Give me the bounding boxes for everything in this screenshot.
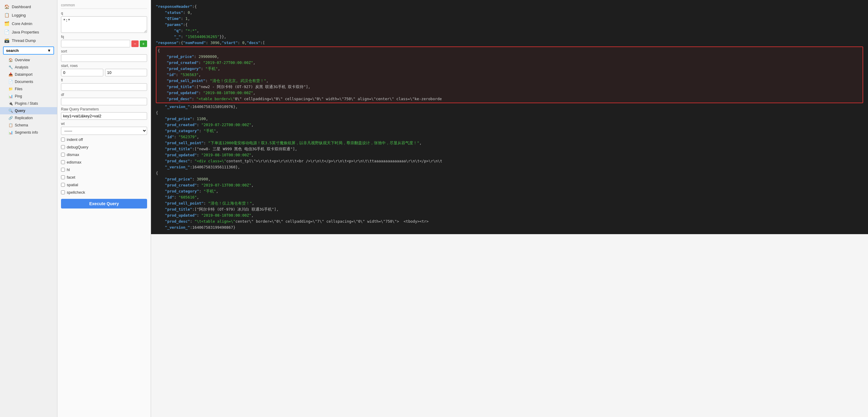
fl-field-group: fl [61,78,147,91]
edismax-checkbox[interactable] [61,160,65,164]
fl-label: fl [61,78,147,82]
sidebar-item-files[interactable]: 📁 Files [0,85,57,93]
rows-input[interactable] [105,69,147,76]
edismax-label: edismax [67,160,81,165]
q-input[interactable]: *:* [61,16,147,33]
sidebar-item-label: Dashboard [12,4,31,9]
sidebar-sub-item-label: Dataimport [15,72,33,77]
sort-label: sort [61,49,147,54]
debug-query-label: debugQuery [67,145,89,149]
df-field-group: df [61,93,147,105]
facet-row: facet [61,174,147,180]
indent-off-checkbox[interactable] [61,138,65,141]
fq-input[interactable] [61,40,130,47]
query-form-panel: common q *:* fq − + sort start, rows fl … [57,0,151,417]
overview-icon: 🏠 [8,58,13,62]
sidebar-sub-item-label: Overview [15,58,30,62]
spellcheck-label: spellcheck [67,190,85,195]
sidebar-item-schema[interactable]: 📋 Schema [0,121,57,129]
sidebar-item-logging[interactable]: 📋 Logging [0,11,57,19]
raw-params-field-group: Raw Query Parameters [61,107,147,120]
analysis-icon: 🔧 [8,65,13,69]
sort-input[interactable] [61,54,147,62]
sidebar-item-overview[interactable]: 🏠 Overview [0,57,57,64]
dismax-row: dismax [61,152,147,158]
sidebar-sub-item-label: Segments info [15,130,38,135]
raw-params-input[interactable] [61,112,147,120]
dismax-checkbox[interactable] [61,153,65,157]
sidebar: 🏠 Dashboard 📋 Logging 🗂️ Core Admin 📄 Ja… [0,0,57,417]
dashboard-icon: 🏠 [4,4,9,9]
q-field-group: q *:* [61,11,147,33]
search-dropdown[interactable]: search ▼ [3,46,54,55]
chevron-down-icon: ▼ [47,48,51,53]
debug-query-row: debugQuery [61,144,147,150]
indent-off-row: indent off [61,137,147,142]
sidebar-item-documents[interactable]: 📄 Documents [0,78,57,85]
sidebar-item-ping[interactable]: 📊 Ping [0,93,57,100]
json-output-panel: "responseHeader":{ "status": 0, "QTime":… [151,0,868,417]
sidebar-item-replication[interactable]: 🔗 Replication [0,114,57,121]
start-rows-label: start, rows [61,64,147,68]
core-admin-icon: 🗂️ [4,21,9,26]
hl-checkbox[interactable] [61,168,65,172]
start-input[interactable] [61,69,103,76]
common-header: common [61,3,147,9]
sidebar-sub-item-label: Schema [15,123,28,127]
sidebar-item-java-properties[interactable]: 📄 Java Properties [0,28,57,36]
files-icon: 📁 [8,87,13,91]
sidebar-item-dashboard[interactable]: 🏠 Dashboard [0,2,57,11]
spellcheck-row: spellcheck [61,189,147,195]
dataimport-icon: 📥 [8,72,13,77]
raw-params-label: Raw Query Parameters [61,107,147,111]
hl-label: hl [67,168,70,172]
documents-icon: 📄 [8,80,13,84]
execute-query-button[interactable]: Execute Query [61,199,147,209]
fq-add-button[interactable]: + [140,40,147,47]
json-content: "responseHeader":{ "status": 0, "QTime":… [156,4,863,231]
fl-input[interactable] [61,83,147,91]
hl-row: hl [61,167,147,173]
sidebar-item-dataimport[interactable]: 📥 Dataimport [0,71,57,78]
spatial-row: spatial [61,182,147,188]
df-input[interactable] [61,98,147,105]
sidebar-item-label: Java Properties [12,30,39,34]
sidebar-item-analysis[interactable]: 🔧 Analysis [0,64,57,71]
sort-field-group: sort [61,49,147,62]
facet-label: facet [67,175,75,179]
sidebar-sub-item-label: Replication [15,116,33,120]
spellcheck-checkbox[interactable] [61,190,65,194]
json-output-area[interactable]: "responseHeader":{ "status": 0, "QTime":… [151,0,868,234]
fq-field-group: fq − + [61,35,147,47]
wt-label: wt [61,121,147,126]
sidebar-item-query[interactable]: 🔍 Query [0,107,57,114]
sidebar-sub-item-label: Documents [15,80,33,84]
search-label: search [6,48,19,53]
df-label: df [61,93,147,97]
debug-query-checkbox[interactable] [61,145,65,149]
schema-icon: 📋 [8,123,13,127]
java-properties-icon: 📄 [4,30,9,34]
sidebar-item-segments-info[interactable]: 📊 Segments info [0,129,57,136]
replication-icon: 🔗 [8,116,13,120]
sidebar-sub-item-label: Analysis [15,65,28,69]
facet-checkbox[interactable] [61,175,65,179]
sidebar-sub-item-label: Ping [15,94,22,98]
thread-dump-icon: 🗃️ [4,38,9,43]
sidebar-item-label: Core Admin [12,22,32,26]
segments-icon: 📊 [8,130,13,135]
spatial-checkbox[interactable] [61,183,65,187]
q-label: q [61,11,147,15]
wt-select[interactable]: ------ json xml csv [61,127,147,135]
wt-field-group: wt ------ json xml csv [61,121,147,135]
sidebar-sub-item-label: Files [15,87,22,91]
sidebar-item-thread-dump[interactable]: 🗃️ Thread Dump [0,36,57,45]
fq-remove-button[interactable]: − [131,40,138,47]
fq-label: fq [61,35,147,39]
sidebar-item-label: Logging [12,13,26,18]
spatial-label: spatial [67,182,78,187]
sidebar-sub-item-label: Query [15,109,25,113]
sidebar-item-core-admin[interactable]: 🗂️ Core Admin [0,19,57,28]
ping-icon: 📊 [8,94,13,98]
sidebar-item-plugins-stats[interactable]: 🔌 Plugins / Stats [0,100,57,107]
